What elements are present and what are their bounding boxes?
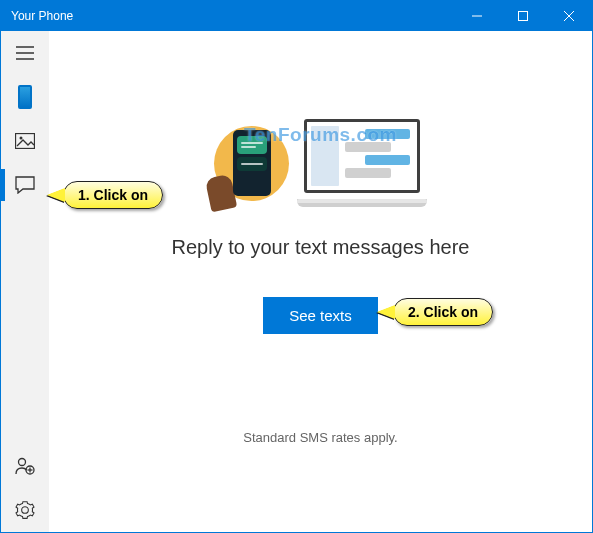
chat-icon <box>15 176 35 194</box>
window-controls <box>454 1 592 31</box>
svg-rect-1 <box>519 12 528 21</box>
sidebar-item-settings[interactable] <box>1 488 49 532</box>
hamburger-menu-button[interactable] <box>1 31 49 75</box>
main-content: TenForums.com <box>49 31 592 532</box>
close-button[interactable] <box>546 1 592 31</box>
annotation-step-2: 2. Click on <box>377 298 493 326</box>
svg-point-8 <box>20 137 23 140</box>
phone-device-icon <box>18 85 32 109</box>
sidebar-spacer <box>1 207 49 444</box>
gear-icon <box>15 500 35 520</box>
see-texts-button[interactable]: See texts <box>263 297 378 334</box>
maximize-button[interactable] <box>500 1 546 31</box>
titlebar: Your Phone <box>1 1 592 31</box>
annotation-step-1: 1. Click on <box>47 181 163 209</box>
minimize-button[interactable] <box>454 1 500 31</box>
footnote-text: Standard SMS rates apply. <box>243 430 397 445</box>
app-window: Your Phone <box>0 0 593 533</box>
menu-icon <box>16 46 34 60</box>
annotation-step-2-label: 2. Click on <box>393 298 493 326</box>
svg-point-9 <box>19 459 26 466</box>
image-icon <box>15 133 35 149</box>
minimize-icon <box>472 11 482 21</box>
sidebar-item-photos[interactable] <box>1 119 49 163</box>
maximize-icon <box>518 11 528 21</box>
hero-illustration: TenForums.com <box>214 118 427 208</box>
watermark-text: TenForums.com <box>244 124 397 146</box>
person-link-icon <box>15 456 35 476</box>
page-heading: Reply to your text messages here <box>172 236 470 259</box>
sidebar-item-phone[interactable] <box>1 75 49 119</box>
svg-rect-7 <box>16 134 35 149</box>
sidebar-item-messages[interactable] <box>1 163 49 207</box>
annotation-step-1-label: 1. Click on <box>63 181 163 209</box>
window-title: Your Phone <box>1 9 454 23</box>
sidebar <box>1 31 49 532</box>
close-icon <box>564 11 574 21</box>
sidebar-item-link-phone[interactable] <box>1 444 49 488</box>
app-body: TenForums.com <box>1 31 592 532</box>
